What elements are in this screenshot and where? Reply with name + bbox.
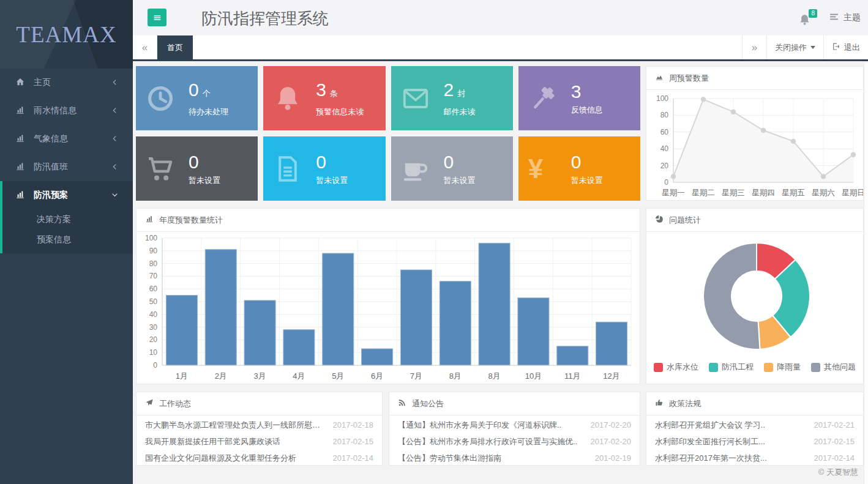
legend-item-防汛工程[interactable]: 防汛工程 (709, 362, 754, 373)
news-link[interactable]: 水利部印发全面推行河长制工...2017-02-15 (655, 433, 855, 450)
work-news-panel: 工作动态市大鹏半岛水源工程管理处负责人到一线部所慰问新春2017-02-18我局… (136, 392, 383, 466)
sidebar-submenu: 决策方案预案信息 (2, 209, 133, 253)
news-link[interactable]: 我局开展新提拔任用干部党风廉政谈话2017-02-15 (145, 433, 373, 450)
sidebar-group-0: 主页 (0, 69, 133, 97)
tab-home[interactable]: 首页 (157, 35, 193, 59)
svg-text:100: 100 (656, 94, 668, 103)
sidebar-nav: 主页雨水情信息气象信息防汛值班防汛预案决策方案预案信息 (0, 69, 133, 253)
notifications-button[interactable]: 8 (798, 10, 813, 26)
svg-text:50: 50 (149, 297, 158, 306)
chevron-left-icon (111, 135, 119, 143)
home-icon (15, 77, 26, 88)
sidebar-item-防汛值班[interactable]: 防汛值班 (2, 153, 133, 181)
stat-cards-grid: 0个待办未处理3条预警信息未读2封邮件未读3反馈信息0暂未设置0暂未设置0暂未设… (136, 66, 640, 201)
svg-text:7月: 7月 (410, 371, 422, 381)
top-header: 防汛指挥管理系统 8 主题 (133, 0, 868, 35)
svg-text:12月: 12月 (603, 371, 619, 381)
sign-out-icon (832, 42, 840, 53)
file-icon (273, 154, 302, 184)
svg-text:40: 40 (660, 144, 669, 153)
stat-value: 0 (444, 152, 476, 171)
sidebar-item-主页[interactable]: 主页 (2, 69, 133, 97)
sidebar-subitem-决策方案[interactable]: 决策方案 (2, 209, 133, 229)
news-link[interactable]: 水利部召开2017年第一次扶贫...2017-02-14 (655, 450, 855, 466)
bar-chart-icon (145, 215, 154, 225)
svg-text:星期三: 星期三 (722, 188, 745, 197)
chevron-left-icon (111, 163, 119, 171)
theme-list-icon (829, 12, 839, 24)
yen-icon: ¥ (528, 154, 558, 184)
stat-label: 暂未设置 (571, 174, 603, 185)
svg-text:80: 80 (660, 111, 669, 119)
stat-card-暂未设置-4[interactable]: 0暂未设置 (136, 136, 258, 201)
scrollbar-track[interactable] (864, 63, 868, 484)
legend-item-其他问题[interactable]: 其他问题 (811, 362, 856, 373)
svg-text:8月: 8月 (449, 371, 462, 381)
theme-button[interactable]: 主题 (829, 12, 861, 24)
bell-icon (798, 18, 811, 28)
double-chevron-right-icon: » (752, 42, 757, 54)
svg-text:星期六: 星期六 (812, 188, 835, 197)
app-window: TEAMAX 主页雨水情信息气象信息防汛值班防汛预案决策方案预案信息 防汛指挥管… (0, 0, 868, 484)
sidebar-group-4: 防汛预案决策方案预案信息 (0, 181, 133, 253)
stat-value: 3 (571, 81, 603, 101)
tabs-scroll-button[interactable]: » (742, 35, 766, 59)
exit-button[interactable]: 退出 (823, 35, 868, 59)
issue-stats-panel: 问题统计 水库水位防汛工程降雨量其他问题 (646, 208, 864, 384)
svg-text:10: 10 (149, 348, 158, 357)
svg-text:星期日: 星期日 (842, 188, 863, 197)
stat-card-邮件未读-2[interactable]: 2封邮件未读 (391, 66, 513, 130)
stat-unit: 个 (203, 88, 211, 97)
cart-icon (146, 154, 175, 184)
stat-unit: 封 (457, 88, 465, 97)
sidebar-item-雨水情信息[interactable]: 雨水情信息 (2, 97, 133, 125)
news-link[interactable]: 水利部召开党组扩大会议 学习..2017-02-21 (655, 417, 855, 433)
sidebar-subitem-预案信息[interactable]: 预案信息 (2, 229, 133, 250)
bell-icon (273, 84, 302, 113)
news-date: 2017-02-20 (591, 420, 632, 430)
stat-card-暂未设置-6[interactable]: 0暂未设置 (391, 136, 513, 201)
news-link[interactable]: 市大鹏半岛水源工程管理处负责人到一线部所慰问新春2017-02-18 (145, 417, 373, 433)
thumbs-up-icon (655, 398, 664, 409)
svg-text:星期四: 星期四 (752, 188, 775, 197)
svg-text:星期五: 星期五 (782, 188, 805, 197)
news-link[interactable]: 【通知】杭州市水务局关于印发《河道标识牌..2017-02-20 (398, 417, 631, 433)
news-link[interactable]: 【公告】劳动节集体出游指南201-02-19 (398, 450, 631, 466)
main-area: 防汛指挥管理系统 8 主题 « 首页 » 关闭操作 (133, 0, 868, 484)
news-link[interactable]: 【公告】杭州市水务局排水行政许可设置与实施优..2017-02-20 (398, 433, 631, 450)
stat-card-暂未设置-7[interactable]: ¥0暂未设置 (518, 136, 640, 201)
stat-card-反馈信息-3[interactable]: 3反馈信息 (518, 66, 640, 130)
stat-card-待办未处理-0[interactable]: 0个待办未处理 (136, 66, 258, 130)
sidebar: TEAMAX 主页雨水情信息气象信息防汛值班防汛预案决策方案预案信息 (0, 0, 133, 484)
envelope-icon (401, 84, 430, 113)
panel-header: 通知公告 (389, 392, 640, 415)
topbar-actions: 8 主题 (798, 0, 861, 35)
svg-text:5月: 5月 (332, 371, 344, 381)
stat-card-预警信息未读-1[interactable]: 3条预警信息未读 (263, 66, 385, 130)
paper-plane-icon (145, 398, 154, 409)
legend-item-降雨量[interactable]: 降雨量 (764, 362, 801, 373)
news-list: 【通知】杭州市水务局关于印发《河道标识牌..2017-02-20【公告】杭州市水… (389, 415, 640, 466)
chevron-left-icon (111, 78, 119, 87)
svg-text:0: 0 (153, 361, 157, 370)
stat-card-暂未设置-5[interactable]: 0暂未设置 (263, 136, 385, 201)
svg-text:星期一: 星期一 (662, 188, 685, 197)
stat-label: 邮件未读 (444, 106, 476, 117)
sidebar-item-气象信息[interactable]: 气象信息 (2, 125, 133, 153)
news-link[interactable]: 国有企业文化问题根源及文化重塑任务分析2017-02-14 (145, 450, 373, 466)
legend-swatch (709, 363, 718, 372)
chevron-down-icon (111, 191, 119, 199)
close-operations-dropdown[interactable]: 关闭操作 (766, 35, 823, 59)
sidebar-item-防汛预案[interactable]: 防汛预案 (2, 181, 133, 209)
sidebar-group-3: 防汛值班 (0, 153, 133, 181)
double-chevron-left-icon: « (142, 42, 148, 54)
news-date: 2017-02-18 (333, 420, 374, 430)
svg-text:8月: 8月 (488, 371, 500, 381)
svg-text:10月: 10月 (525, 371, 542, 381)
legend-item-水库水位[interactable]: 水库水位 (654, 362, 698, 373)
tabs-collapse-button[interactable]: « (133, 35, 157, 59)
donut-legend: 水库水位防汛工程降雨量其他问题 (646, 362, 863, 373)
svg-text:4月: 4月 (293, 371, 305, 381)
pie-chart-icon (655, 215, 664, 225)
menu-toggle-button[interactable] (148, 9, 166, 26)
